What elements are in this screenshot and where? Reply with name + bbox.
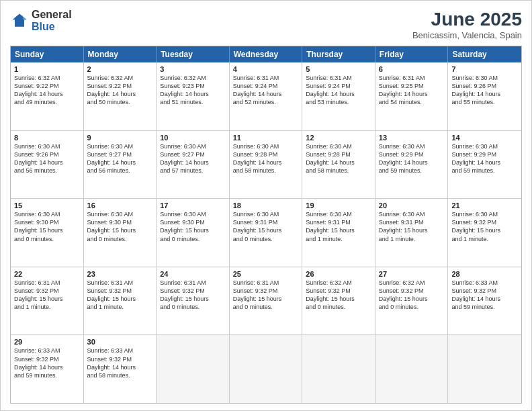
day-number: 12	[306, 134, 371, 142]
table-row: 21Sunrise: 6:30 AM Sunset: 9:32 PM Dayli…	[448, 199, 521, 267]
table-row: 12Sunrise: 6:30 AM Sunset: 9:28 PM Dayli…	[302, 131, 375, 199]
table-row	[375, 335, 449, 403]
day-number: 17	[160, 201, 226, 210]
table-row: 22Sunrise: 6:31 AM Sunset: 9:32 PM Dayli…	[11, 267, 84, 335]
table-row: 24Sunrise: 6:31 AM Sunset: 9:32 PM Dayli…	[157, 267, 230, 335]
table-row: 20Sunrise: 6:30 AM Sunset: 9:31 PM Dayli…	[375, 199, 449, 267]
day-number: 8	[14, 134, 80, 142]
table-row: 29Sunrise: 6:33 AM Sunset: 9:32 PM Dayli…	[11, 335, 84, 403]
logo-icon	[10, 11, 29, 30]
table-row: 30Sunrise: 6:33 AM Sunset: 9:32 PM Dayli…	[84, 335, 157, 403]
table-row	[302, 335, 375, 403]
table-row: 1Sunrise: 6:32 AM Sunset: 9:22 PM Daylig…	[11, 62, 84, 130]
cell-content: Sunrise: 6:33 AM Sunset: 9:32 PM Dayligh…	[451, 279, 518, 312]
day-number: 25	[233, 270, 299, 278]
header-thursday: Thursday	[302, 46, 375, 62]
cell-content: Sunrise: 6:30 AM Sunset: 9:26 PM Dayligh…	[14, 142, 80, 175]
cell-content: Sunrise: 6:31 AM Sunset: 9:25 PM Dayligh…	[379, 74, 445, 107]
cell-content: Sunrise: 6:30 AM Sunset: 9:31 PM Dayligh…	[379, 210, 445, 243]
day-number: 18	[233, 201, 299, 210]
header-wednesday: Wednesday	[230, 46, 303, 62]
table-row: 5Sunrise: 6:31 AM Sunset: 9:24 PM Daylig…	[302, 62, 375, 130]
table-row: 14Sunrise: 6:30 AM Sunset: 9:29 PM Dayli…	[448, 131, 521, 199]
day-number: 20	[379, 201, 445, 210]
table-row: 9Sunrise: 6:30 AM Sunset: 9:27 PM Daylig…	[84, 131, 157, 199]
day-number: 13	[379, 134, 445, 142]
title-block: June 2025 Benicassim, Valencia, Spain	[412, 9, 522, 40]
table-row: 3Sunrise: 6:32 AM Sunset: 9:23 PM Daylig…	[157, 62, 230, 130]
table-row: 27Sunrise: 6:32 AM Sunset: 9:32 PM Dayli…	[375, 267, 449, 335]
cell-content: Sunrise: 6:32 AM Sunset: 9:22 PM Dayligh…	[14, 74, 80, 107]
table-row: 26Sunrise: 6:32 AM Sunset: 9:32 PM Dayli…	[302, 267, 375, 335]
table-row: 15Sunrise: 6:30 AM Sunset: 9:30 PM Dayli…	[11, 199, 84, 267]
cell-content: Sunrise: 6:30 AM Sunset: 9:29 PM Dayligh…	[451, 142, 518, 175]
svg-marker-0	[13, 13, 27, 26]
table-row: 4Sunrise: 6:31 AM Sunset: 9:24 PM Daylig…	[230, 62, 303, 130]
day-number: 27	[379, 270, 445, 278]
table-row: 2Sunrise: 6:32 AM Sunset: 9:22 PM Daylig…	[84, 62, 157, 130]
table-row	[230, 335, 303, 403]
calendar-row-4: 29Sunrise: 6:33 AM Sunset: 9:32 PM Dayli…	[11, 334, 521, 403]
day-number: 11	[233, 134, 299, 142]
day-number: 4	[233, 65, 299, 73]
logo-general-text: General	[32, 9, 72, 21]
day-number: 6	[379, 65, 445, 73]
table-row: 25Sunrise: 6:31 AM Sunset: 9:32 PM Dayli…	[230, 267, 303, 335]
page: General Blue June 2025 Benicassim, Valen…	[0, 0, 532, 411]
cell-content: Sunrise: 6:31 AM Sunset: 9:32 PM Dayligh…	[14, 279, 80, 312]
calendar-row-1: 8Sunrise: 6:30 AM Sunset: 9:26 PM Daylig…	[11, 130, 521, 199]
table-row: 17Sunrise: 6:30 AM Sunset: 9:30 PM Dayli…	[157, 199, 230, 267]
logo: General Blue	[10, 9, 72, 32]
cell-content: Sunrise: 6:30 AM Sunset: 9:30 PM Dayligh…	[87, 210, 153, 243]
logo-text: General Blue	[32, 9, 72, 32]
table-row	[448, 335, 521, 403]
cell-content: Sunrise: 6:30 AM Sunset: 9:30 PM Dayligh…	[14, 210, 80, 243]
cell-content: Sunrise: 6:32 AM Sunset: 9:23 PM Dayligh…	[160, 74, 226, 107]
day-number: 19	[306, 201, 371, 210]
header-tuesday: Tuesday	[157, 46, 230, 62]
day-number: 30	[87, 338, 153, 346]
day-number: 16	[87, 201, 153, 210]
cell-content: Sunrise: 6:31 AM Sunset: 9:24 PM Dayligh…	[233, 74, 299, 107]
cell-content: Sunrise: 6:32 AM Sunset: 9:32 PM Dayligh…	[379, 279, 445, 312]
day-number: 28	[451, 270, 518, 278]
header-sunday: Sunday	[11, 46, 84, 62]
subtitle: Benicassim, Valencia, Spain	[412, 30, 522, 40]
day-number: 9	[87, 134, 153, 142]
header: General Blue June 2025 Benicassim, Valen…	[10, 9, 522, 40]
cell-content: Sunrise: 6:30 AM Sunset: 9:30 PM Dayligh…	[160, 210, 226, 243]
day-number: 24	[160, 270, 226, 278]
day-number: 3	[160, 65, 226, 73]
cell-content: Sunrise: 6:30 AM Sunset: 9:32 PM Dayligh…	[451, 210, 518, 243]
day-number: 21	[451, 201, 518, 210]
table-row: 6Sunrise: 6:31 AM Sunset: 9:25 PM Daylig…	[375, 62, 449, 130]
cell-content: Sunrise: 6:30 AM Sunset: 9:28 PM Dayligh…	[233, 142, 299, 175]
table-row: 10Sunrise: 6:30 AM Sunset: 9:27 PM Dayli…	[157, 131, 230, 199]
cell-content: Sunrise: 6:30 AM Sunset: 9:29 PM Dayligh…	[379, 142, 445, 175]
table-row: 16Sunrise: 6:30 AM Sunset: 9:30 PM Dayli…	[84, 199, 157, 267]
main-title: June 2025	[412, 9, 522, 30]
table-row: 13Sunrise: 6:30 AM Sunset: 9:29 PM Dayli…	[375, 131, 449, 199]
cell-content: Sunrise: 6:31 AM Sunset: 9:32 PM Dayligh…	[87, 279, 153, 312]
logo-blue-text: Blue	[32, 21, 72, 33]
header-monday: Monday	[84, 46, 157, 62]
calendar-header: Sunday Monday Tuesday Wednesday Thursday…	[11, 46, 521, 62]
calendar-row-0: 1Sunrise: 6:32 AM Sunset: 9:22 PM Daylig…	[11, 62, 521, 130]
day-number: 5	[306, 65, 371, 73]
cell-content: Sunrise: 6:31 AM Sunset: 9:32 PM Dayligh…	[233, 279, 299, 312]
cell-content: Sunrise: 6:30 AM Sunset: 9:26 PM Dayligh…	[451, 74, 518, 107]
cell-content: Sunrise: 6:31 AM Sunset: 9:24 PM Dayligh…	[306, 74, 371, 107]
table-row: 8Sunrise: 6:30 AM Sunset: 9:26 PM Daylig…	[11, 131, 84, 199]
cell-content: Sunrise: 6:30 AM Sunset: 9:27 PM Dayligh…	[87, 142, 153, 175]
day-number: 10	[160, 134, 226, 142]
day-number: 2	[87, 65, 153, 73]
table-row	[157, 335, 230, 403]
calendar-row-2: 15Sunrise: 6:30 AM Sunset: 9:30 PM Dayli…	[11, 198, 521, 267]
cell-content: Sunrise: 6:31 AM Sunset: 9:32 PM Dayligh…	[160, 279, 226, 312]
table-row: 19Sunrise: 6:30 AM Sunset: 9:31 PM Dayli…	[302, 199, 375, 267]
calendar-row-3: 22Sunrise: 6:31 AM Sunset: 9:32 PM Dayli…	[11, 267, 521, 335]
day-number: 1	[14, 65, 80, 73]
day-number: 23	[87, 270, 153, 278]
calendar: Sunday Monday Tuesday Wednesday Thursday…	[10, 46, 522, 404]
header-saturday: Saturday	[448, 46, 521, 62]
